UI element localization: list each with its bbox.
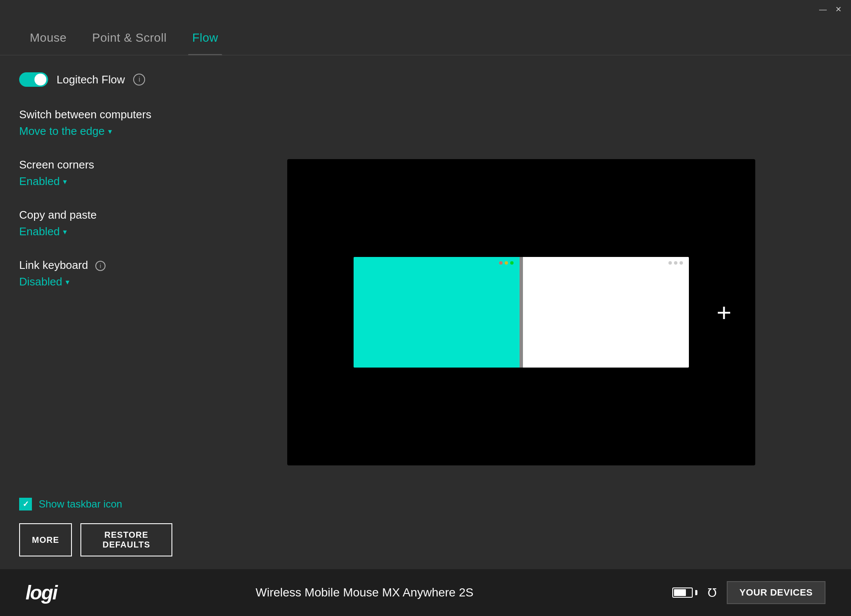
flow-visualization: + [287, 159, 755, 465]
dot-green [510, 261, 514, 265]
screen-corners-section: Screen corners Enabled ▾ [19, 158, 172, 188]
tab-navigation: Mouse Point & Scroll Flow [0, 0, 851, 55]
dot-yellow [505, 261, 508, 265]
tab-point-scroll[interactable]: Point & Scroll [80, 23, 180, 55]
screens-container: + [354, 257, 689, 368]
checkbox-check-icon: ✓ [23, 499, 29, 509]
copy-paste-value[interactable]: Enabled ▾ [19, 225, 172, 238]
battery-tip [695, 590, 697, 595]
switch-computers-value[interactable]: Move to the edge ▾ [19, 125, 172, 138]
logitech-flow-toggle-row: Logitech Flow i [19, 72, 172, 87]
screen-corners-chevron: ▾ [63, 177, 67, 186]
tab-mouse[interactable]: Mouse [17, 23, 80, 55]
battery-body [672, 587, 693, 598]
close-button[interactable]: ✕ [831, 3, 846, 15]
link-keyboard-info-icon[interactable]: i [95, 261, 106, 271]
screen-divider [520, 257, 523, 368]
minimize-button[interactable]: — [815, 3, 831, 15]
flow-info-icon[interactable]: i [133, 74, 145, 86]
link-keyboard-value[interactable]: Disabled ▾ [19, 275, 172, 288]
bluetooth-icon: ℧ [708, 586, 717, 600]
switch-computers-section: Switch between computers Move to the edg… [19, 108, 172, 138]
screen-right [523, 257, 689, 368]
flow-toggle-label: Logitech Flow [57, 73, 125, 86]
title-bar: — ✕ [810, 0, 851, 19]
footer-right: ℧ YOUR DEVICES [672, 581, 825, 604]
screen-corners-title: Screen corners [19, 158, 172, 171]
screen-right-dot-1 [668, 261, 672, 265]
dot-red [499, 261, 503, 265]
button-row: MORE RESTORE DEFAULTS [19, 523, 172, 556]
copy-paste-section: Copy and paste Enabled ▾ [19, 208, 172, 238]
device-name: Wireless Mobile Mouse MX Anywhere 2S [57, 586, 672, 599]
your-devices-button[interactable]: YOUR DEVICES [727, 581, 825, 604]
link-keyboard-title: Link keyboard i [19, 259, 172, 272]
switch-computers-chevron: ▾ [108, 127, 112, 136]
screen-left-dots [499, 261, 514, 265]
screen-left [354, 257, 520, 368]
logi-logo: logi [26, 581, 57, 604]
link-keyboard-chevron: ▾ [66, 277, 69, 287]
footer: logi Wireless Mobile Mouse MX Anywhere 2… [0, 569, 851, 616]
copy-paste-title: Copy and paste [19, 208, 172, 222]
add-screen-button[interactable]: + [717, 298, 731, 327]
battery-fill [674, 589, 686, 596]
flow-toggle[interactable] [19, 72, 48, 87]
screen-right-dots [668, 261, 683, 265]
copy-paste-chevron: ▾ [63, 227, 67, 237]
show-taskbar-checkbox[interactable]: ✓ [19, 498, 32, 510]
screen-right-dot-3 [680, 261, 683, 265]
tab-flow[interactable]: Flow [180, 23, 231, 55]
restore-defaults-button[interactable]: RESTORE DEFAULTS [80, 523, 172, 556]
right-panel: + [191, 55, 851, 569]
screen-right-dot-2 [674, 261, 677, 265]
battery-icon [672, 587, 697, 598]
show-taskbar-label[interactable]: Show taskbar icon [39, 498, 122, 510]
bottom-left-controls: ✓ Show taskbar icon MORE RESTORE DEFAULT… [0, 485, 191, 569]
screen-corners-value[interactable]: Enabled ▾ [19, 175, 172, 188]
more-button[interactable]: MORE [19, 523, 72, 556]
show-taskbar-row: ✓ Show taskbar icon [19, 498, 172, 510]
link-keyboard-section: Link keyboard i Disabled ▾ [19, 259, 172, 288]
switch-computers-title: Switch between computers [19, 108, 172, 121]
